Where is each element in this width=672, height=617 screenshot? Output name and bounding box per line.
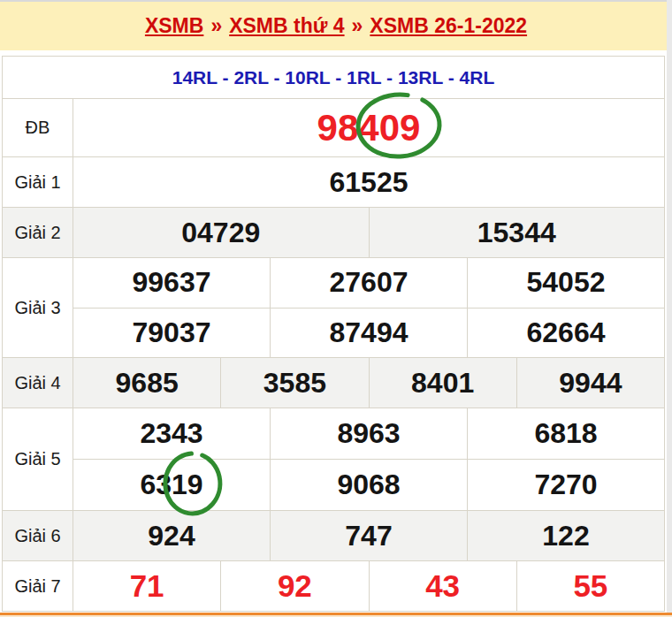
prize-value: 6319 xyxy=(73,460,270,510)
db-number: 98409 xyxy=(317,107,421,149)
g5-number: 6818 xyxy=(534,417,597,450)
g6-number: 122 xyxy=(542,520,589,552)
scrollbar[interactable] xyxy=(667,0,672,617)
g4-number: 8401 xyxy=(411,367,474,400)
prize-value: 92 xyxy=(220,561,368,611)
prize-value: 87494 xyxy=(270,308,467,358)
prize-value: 924 xyxy=(73,511,270,560)
prize-label-g3: Giải 3 xyxy=(3,258,73,357)
g2-number: 04729 xyxy=(181,217,260,249)
breadcrumb-link-xsmb[interactable]: XSMB xyxy=(145,14,203,38)
prize-value: 9068 xyxy=(270,460,467,510)
g5-number: 6319 xyxy=(140,468,202,501)
prize-value: 62664 xyxy=(467,308,664,358)
breadcrumb-link-xsmb-thu-4[interactable]: XSMB thứ 4 xyxy=(229,14,344,38)
prize-value: 8401 xyxy=(369,358,516,408)
results-table: 14RL - 2RL - 10RL - 1RL - 13RL - 4RL ĐB … xyxy=(2,56,665,612)
g3-number: 79037 xyxy=(133,316,211,349)
prize-value: 61525 xyxy=(73,157,664,207)
g7-number: 43 xyxy=(425,568,460,604)
prize-value: 55 xyxy=(516,561,664,611)
g7-number: 55 xyxy=(573,568,607,604)
g5-number: 8963 xyxy=(337,417,400,450)
g3-number: 27607 xyxy=(330,266,409,299)
prize-row-g1: Giải 1 61525 xyxy=(3,156,664,207)
g7-number: 71 xyxy=(130,568,164,604)
g3-number: 62664 xyxy=(527,316,606,349)
g6-number: 747 xyxy=(345,520,392,552)
prize-value: 7270 xyxy=(467,460,664,510)
g6-number: 924 xyxy=(148,520,195,552)
breadcrumb-bar: XSMB » XSMB thứ 4 » XSMB 26-1-2022 xyxy=(0,2,672,50)
prize-value: 04729 xyxy=(73,208,369,257)
prize-value: 122 xyxy=(467,511,664,560)
prize-label-g6: Giải 6 xyxy=(3,511,73,560)
prize-value: 2343 xyxy=(73,408,270,459)
prize-label-g4: Giải 4 xyxy=(3,358,73,408)
g3-number: 87494 xyxy=(330,316,409,349)
g3-number: 54052 xyxy=(527,266,606,299)
rl-summary-row: 14RL - 2RL - 10RL - 1RL - 13RL - 4RL xyxy=(3,57,664,98)
prize-value: 27607 xyxy=(270,258,467,308)
prize-label-g1: Giải 1 xyxy=(3,157,73,207)
breadcrumb-link-xsmb-date[interactable]: XSMB 26-1-2022 xyxy=(370,14,527,38)
prize-value: 43 xyxy=(369,561,516,611)
prize-value: 15344 xyxy=(369,208,665,257)
rl-summary-text: 14RL - 2RL - 10RL - 1RL - 13RL - 4RL xyxy=(172,67,495,88)
prize-row-g4: Giải 4 9685 3585 8401 9944 xyxy=(3,357,664,408)
prize-value: 99637 xyxy=(73,258,270,308)
g5-number: 9068 xyxy=(337,468,400,501)
prize-row-g3: Giải 3 99637 27607 54052 79037 87494 626… xyxy=(3,257,664,357)
prize-label-g2: Giải 2 xyxy=(3,208,73,257)
prize-row-g7: Giải 7 71 92 43 55 xyxy=(3,560,664,611)
prize-value: 79037 xyxy=(73,308,270,358)
prize-label-g5: Giải 5 xyxy=(3,408,73,510)
prize-label-g7: Giải 7 xyxy=(3,561,73,611)
prize-row-g5: Giải 5 2343 8963 6818 6319 9068 7270 xyxy=(3,408,664,510)
prize-value-db: 98409 xyxy=(73,99,664,156)
prize-value: 747 xyxy=(270,511,467,560)
prize-row-g2: Giải 2 04729 15344 xyxy=(3,207,664,257)
prize-value: 9685 xyxy=(73,358,220,408)
g5-number: 2343 xyxy=(140,417,202,450)
prize-row-g6: Giải 6 924 747 122 xyxy=(3,510,664,560)
prize-value: 3585 xyxy=(220,358,368,408)
g1-number: 61525 xyxy=(330,166,409,199)
prize-value: 9944 xyxy=(516,358,664,408)
prize-value: 6818 xyxy=(467,408,664,459)
g7-number: 92 xyxy=(278,568,312,604)
prize-value: 71 xyxy=(73,561,220,611)
g3-number: 99637 xyxy=(133,266,211,299)
g4-number: 3585 xyxy=(263,367,326,400)
g5-number: 7270 xyxy=(534,468,597,501)
breadcrumb-separator: » xyxy=(203,14,229,38)
prize-row-db: ĐB 98409 xyxy=(3,98,664,156)
prize-value: 8963 xyxy=(270,408,467,459)
prize-label-db: ĐB xyxy=(3,99,73,156)
g4-number: 9944 xyxy=(559,367,622,400)
breadcrumb-separator: » xyxy=(345,14,370,38)
g4-number: 9685 xyxy=(116,367,179,400)
g2-number: 15344 xyxy=(477,217,556,249)
prize-value: 54052 xyxy=(467,258,664,308)
